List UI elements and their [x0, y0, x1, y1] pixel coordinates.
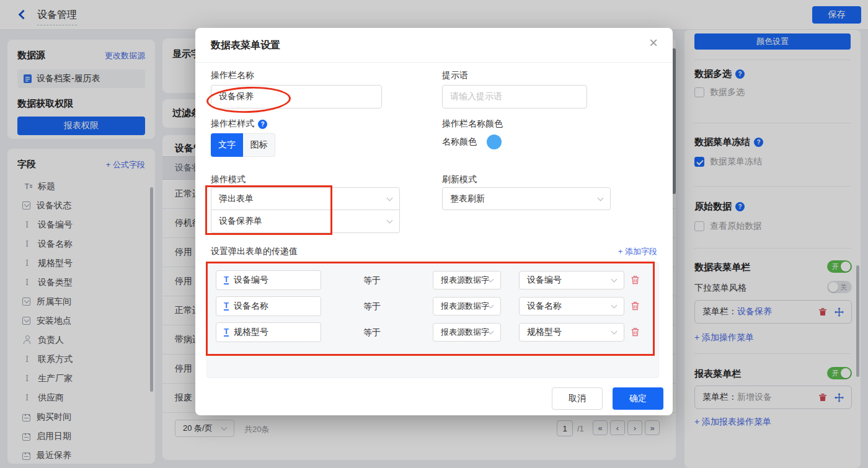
trash-icon	[631, 275, 640, 285]
hint-input[interactable]: 请输入提示语	[442, 85, 587, 108]
delete-transfer-row-button[interactable]	[631, 275, 640, 287]
transfer-row: T规格型号等于报表源数据字...规格型号	[207, 322, 658, 342]
source-field-value: 规格型号	[527, 327, 562, 338]
close-icon[interactable]: ×	[649, 35, 658, 50]
action-style-segmented: 文字 图标	[211, 133, 275, 157]
trash-icon	[631, 327, 640, 337]
text-field-icon: T	[224, 302, 229, 311]
delete-transfer-row-button[interactable]	[631, 327, 640, 339]
source-type-select[interactable]: 报表源数据字...	[433, 297, 501, 316]
chevron-down-icon	[611, 276, 618, 283]
source-field-select[interactable]: 设备编号	[519, 271, 624, 289]
transfer-field-input[interactable]: T规格型号	[216, 322, 321, 342]
name-color-label: 操作栏名称颜色	[442, 118, 503, 130]
help-icon[interactable]: ?	[258, 120, 267, 129]
chevron-down-icon	[387, 195, 393, 201]
trash-icon	[631, 301, 640, 311]
equals-operator-label: 等于	[363, 270, 381, 290]
chevron-down-icon	[488, 329, 494, 335]
chevron-down-icon	[598, 195, 604, 201]
source-field-select[interactable]: 设备名称	[519, 297, 624, 316]
transfer-rows-panel: T设备编号等于报表源数据字...设备编号T设备名称等于报表源数据字...设备名称…	[206, 262, 659, 378]
transfer-field-name: 规格型号	[234, 327, 268, 338]
add-field-link[interactable]: + 添加字段	[618, 246, 657, 257]
transfer-field-input[interactable]: T设备编号	[216, 270, 321, 290]
color-swatch[interactable]	[487, 135, 502, 149]
style-option-text[interactable]: 文字	[211, 133, 243, 157]
data-table-menu-settings-dialog: 数据表菜单设置 × 操作栏名称 设备保养 提示语 请输入提示语 操作栏样式? 文…	[195, 28, 673, 415]
style-option-icon[interactable]: 图标	[243, 133, 275, 157]
transfer-row: T设备名称等于报表源数据字...设备名称	[207, 296, 658, 316]
transfer-field-input[interactable]: T设备名称	[216, 296, 321, 316]
source-type-value: 报表源数据字...	[441, 275, 489, 286]
source-type-value: 报表源数据字...	[441, 301, 489, 312]
refresh-mode-select[interactable]: 整表刷新	[442, 187, 611, 210]
divider	[195, 62, 673, 63]
source-type-value: 报表源数据字...	[441, 327, 489, 338]
action-mode-select[interactable]: 弹出表单	[211, 187, 400, 210]
ok-button[interactable]: 确定	[613, 387, 663, 410]
target-form-select[interactable]: 设备保养单	[211, 210, 400, 233]
dialog-title: 数据表菜单设置	[211, 39, 280, 52]
transfer-field-name: 设备名称	[234, 301, 268, 312]
source-field-value: 设备编号	[527, 275, 562, 286]
source-type-select[interactable]: 报表源数据字...	[433, 323, 501, 342]
action-name-input[interactable]: 设备保养	[211, 85, 382, 108]
source-field-select[interactable]: 规格型号	[519, 323, 624, 342]
transfer-row: T设备编号等于报表源数据字...设备编号	[207, 270, 658, 290]
equals-operator-label: 等于	[363, 322, 381, 342]
transfer-values-title: 设置弹出表单的传递值	[211, 246, 298, 257]
cancel-button[interactable]: 取消	[552, 387, 603, 410]
text-field-icon: T	[224, 328, 229, 337]
equals-operator-label: 等于	[363, 296, 381, 316]
chevron-down-icon	[387, 218, 393, 224]
delete-transfer-row-button[interactable]	[631, 301, 640, 313]
hint-label: 提示语	[442, 70, 468, 81]
transfer-field-name: 设备编号	[234, 275, 268, 286]
chevron-down-icon	[611, 302, 618, 309]
action-name-label: 操作栏名称	[211, 70, 254, 81]
refresh-mode-label: 刷新模式	[442, 174, 477, 185]
text-field-icon: T	[224, 276, 229, 285]
chevron-down-icon	[488, 302, 494, 309]
action-style-label: 操作栏样式?	[211, 118, 267, 130]
action-mode-label: 操作模式	[211, 174, 246, 185]
source-type-select[interactable]: 报表源数据字...	[433, 271, 501, 289]
chevron-down-icon	[488, 276, 494, 283]
chevron-down-icon	[611, 329, 618, 335]
name-color-sublabel: 名称颜色	[442, 136, 477, 148]
source-field-value: 设备名称	[527, 301, 562, 312]
